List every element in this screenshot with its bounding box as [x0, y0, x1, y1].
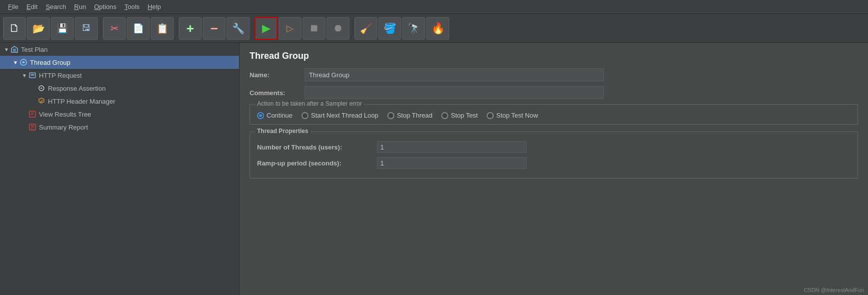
start-button[interactable]: ▶: [255, 17, 278, 40]
num-threads-input[interactable]: [377, 141, 527, 153]
test-plan-icon: [10, 45, 19, 54]
num-threads-row: Number of Threads (users):: [257, 141, 851, 153]
menu-help[interactable]: Help: [144, 2, 165, 11]
sampler-error-section: Action to be taken after a Sampler error…: [250, 104, 858, 125]
stop-icon: ⏹: [309, 22, 319, 34]
clear-all-button[interactable]: 🪣: [378, 17, 401, 40]
clear-button[interactable]: 🧹: [354, 17, 377, 40]
name-row: Name:: [250, 68, 858, 81]
sidebar-item-thread-group[interactable]: ▼ Thread Group: [0, 56, 239, 69]
new-icon: 🗋: [9, 22, 20, 35]
sidebar-item-test-plan[interactable]: ▼ Test Plan: [0, 43, 239, 56]
paste-button[interactable]: 📋: [151, 17, 174, 40]
sidebar-item-label-view-results-tree: View Results Tree: [39, 111, 91, 118]
new-button[interactable]: 🗋: [3, 17, 26, 40]
sidebar-item-summary-report[interactable]: ▼ Summary Report: [0, 121, 239, 134]
stop-now-button[interactable]: ⏺: [326, 17, 349, 40]
radio-start-next-thread-loop-circle: [301, 112, 308, 119]
paste-icon: 📋: [156, 22, 169, 34]
view-results-tree-icon: [28, 110, 37, 119]
menu-edit[interactable]: Edit: [22, 2, 41, 11]
sidebar-item-label-response-assertion: Response Assertion: [48, 85, 106, 92]
tree-arrow-summary-report: ▼: [21, 125, 28, 130]
save-template-button[interactable]: 💾: [51, 17, 74, 40]
thread-properties-legend: Thread Properties: [255, 128, 310, 135]
response-assertion-icon: [37, 84, 46, 93]
add-icon: +: [186, 22, 194, 35]
radio-continue[interactable]: Continue: [257, 112, 292, 119]
radio-stop-test-now[interactable]: Stop Test Now: [487, 112, 538, 119]
sidebar-item-label-thread-group: Thread Group: [30, 59, 70, 66]
sidebar-item-label-http-header-manager: HTTP Header Manager: [48, 98, 115, 105]
main-area: ▼ Test Plan ▼ Thread Group: [0, 43, 868, 295]
menu-run[interactable]: Run: [70, 2, 90, 11]
comments-input[interactable]: [304, 86, 604, 99]
tree-arrow-view-results-tree: ▼: [21, 112, 28, 117]
stop-button[interactable]: ⏹: [302, 17, 325, 40]
remove-icon: −: [210, 22, 218, 35]
start-no-pause-icon: ▷: [287, 23, 293, 34]
sidebar-tree: ▼ Test Plan ▼ Thread Group: [0, 43, 240, 295]
menu-tools[interactable]: Tools: [120, 2, 143, 11]
tree-arrow-test-plan: ▼: [3, 47, 10, 52]
radio-stop-thread-label: Stop Thread: [397, 112, 432, 119]
search-toolbar-button[interactable]: 🔭: [402, 17, 425, 40]
radio-stop-thread[interactable]: Stop Thread: [387, 112, 432, 119]
thread-group-icon: [19, 58, 28, 67]
sampler-error-radio-group: Continue Start Next Thread Loop Stop Thr…: [257, 112, 851, 119]
save-button[interactable]: 🖫: [75, 17, 98, 40]
clear-icon: 🧹: [360, 22, 372, 34]
sampler-error-legend: Action to be taken after a Sampler error: [255, 100, 364, 107]
radio-stop-thread-circle: [387, 112, 394, 119]
name-input[interactable]: [304, 68, 604, 81]
tree-arrow-http-header-manager: ▼: [30, 99, 37, 104]
ramp-up-row: Ramp-up period (seconds):: [257, 157, 851, 169]
remove-button[interactable]: −: [203, 17, 226, 40]
open-icon: 📂: [32, 22, 45, 34]
comments-label: Comments:: [250, 89, 304, 97]
tree-arrow-http-request: ▼: [21, 73, 28, 78]
start-no-pause-button[interactable]: ▷: [279, 17, 301, 40]
radio-continue-label: Continue: [267, 112, 292, 119]
ramp-up-input[interactable]: [377, 157, 527, 169]
svg-rect-8: [29, 111, 35, 117]
name-label: Name:: [250, 71, 304, 79]
menu-options[interactable]: Options: [90, 2, 120, 11]
sidebar-item-http-header-manager[interactable]: ▼ HTTP Header Manager: [0, 95, 239, 108]
toggle-icon: 🔧: [232, 22, 245, 34]
http-header-manager-icon: [37, 97, 46, 106]
start-icon: ▶: [262, 22, 271, 35]
radio-stop-test-circle: [441, 112, 448, 119]
cut-button[interactable]: ✂: [103, 17, 126, 40]
warn-button[interactable]: 🔥: [426, 17, 449, 40]
warn-icon: 🔥: [431, 22, 445, 35]
radio-stop-test-label: Stop Test: [451, 112, 478, 119]
radio-stop-test-now-circle: [487, 112, 494, 119]
radio-stop-test-now-label: Stop Test Now: [496, 112, 538, 119]
open-button[interactable]: 📂: [27, 17, 50, 40]
radio-start-next-thread-loop[interactable]: Start Next Thread Loop: [301, 112, 378, 119]
sidebar-item-http-request[interactable]: ▼ HTTP Request: [0, 69, 239, 82]
watermark: CSDN @InterestAndFun: [804, 287, 864, 293]
sidebar-item-response-assertion[interactable]: ▼ Response Assertion: [0, 82, 239, 95]
save-template-icon: 💾: [57, 23, 68, 34]
radio-start-next-thread-loop-label: Start Next Thread Loop: [311, 112, 378, 119]
search-toolbar-icon: 🔭: [408, 22, 420, 34]
http-request-icon: [28, 71, 37, 80]
add-button[interactable]: +: [179, 17, 202, 40]
menu-search[interactable]: Search: [41, 2, 70, 11]
clear-all-icon: 🪣: [384, 22, 396, 34]
panel-title: Thread Group: [250, 51, 858, 61]
tree-arrow-thread-group: ▼: [12, 60, 19, 65]
save-icon: 🖫: [82, 23, 91, 33]
sidebar-item-view-results-tree[interactable]: ▼ View Results Tree: [0, 108, 239, 121]
sidebar-item-label-test-plan: Test Plan: [21, 46, 47, 53]
copy-icon: 📄: [133, 23, 144, 34]
radio-continue-circle: [257, 112, 264, 119]
toggle-button[interactable]: 🔧: [227, 17, 250, 40]
copy-button[interactable]: 📄: [127, 17, 150, 40]
radio-stop-test[interactable]: Stop Test: [441, 112, 478, 119]
menu-bar: File Edit Search Run Options Tools Help: [0, 0, 868, 14]
menu-file[interactable]: File: [4, 2, 22, 11]
stop-now-icon: ⏺: [333, 22, 343, 34]
